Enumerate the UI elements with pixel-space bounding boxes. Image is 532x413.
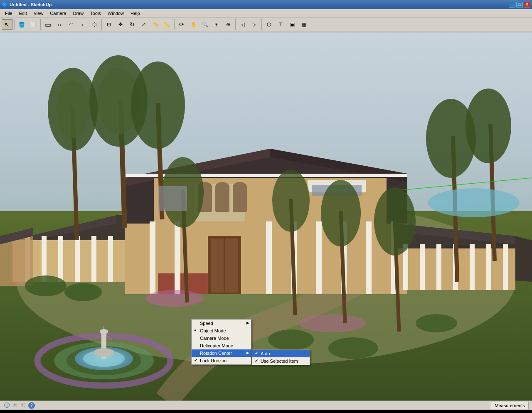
menu-window[interactable]: Window [104,10,127,17]
menu-draw[interactable]: Draw [69,10,87,17]
svg-point-23 [215,182,229,192]
rotation-center-label: Rotation Center [200,351,232,356]
line-tool-button[interactable]: / [77,19,88,30]
context-menu-object-mode[interactable]: ● Object Mode [192,327,251,334]
svg-point-92 [268,329,314,350]
svg-point-90 [25,275,66,296]
use-selected-item-label: Use Selected Item [261,359,298,364]
svg-rect-33 [150,221,155,294]
auto-label: Auto [261,351,270,356]
svg-point-74 [94,348,114,356]
submenu-auto[interactable]: ✓ Auto [252,350,310,357]
measurements-label: Measurements [495,403,525,408]
menu-tools[interactable]: Tools [87,10,104,17]
svg-rect-8 [42,236,47,282]
statusbar: ⓘ © © ? Measurements [0,401,532,410]
menu-view[interactable]: View [30,10,47,17]
scale-button[interactable]: ⤢ [138,19,149,30]
svg-rect-32 [225,238,238,293]
tape-measure-button[interactable]: 📏 [150,19,161,30]
zoom-extents-button[interactable]: ⊕ [223,19,234,30]
info-icon[interactable]: ⓘ [3,402,10,409]
next-view-button[interactable]: ▷ [249,19,260,30]
menu-edit[interactable]: Edit [16,10,30,17]
svg-point-61 [131,61,185,149]
svg-point-79 [145,290,204,307]
zoom-window-button[interactable]: ⊞ [211,19,222,30]
iso-view-button[interactable]: ⬡ [264,19,274,30]
titlebar-title: 🔷 Untitled - SketchUp [2,2,52,7]
toolbar-sep-3 [101,19,102,30]
context-menu: Speed ● Object Mode Camera Mode Helicopt… [191,319,251,365]
menu-file[interactable]: File [2,10,16,17]
protractor-button[interactable]: 📐 [162,19,172,30]
context-menu-speed[interactable]: Speed [192,320,251,327]
right-view-button[interactable]: ▦ [298,19,309,30]
zoom-button[interactable]: 🔍 [200,19,210,30]
svg-rect-46 [420,244,425,290]
front-view-button[interactable]: ▣ [287,19,298,30]
viewport[interactable]: Speed ● Object Mode Camera Mode Helicopt… [0,32,532,401]
svg-rect-51 [503,244,508,290]
toolbar-sep-5 [235,19,236,30]
prev-view-button[interactable]: ◁ [237,19,248,30]
svg-point-86 [321,180,361,246]
close-button[interactable]: ✕ [524,2,530,7]
svg-point-25 [233,182,247,192]
toolbar-sep-2 [40,19,41,30]
move-button[interactable]: ✥ [115,19,126,30]
arc-tool-button[interactable]: ◠ [66,19,76,30]
measurements-display: Measurements [491,402,529,409]
context-menu-helicopter-mode[interactable]: Helicopter Mode [192,342,251,349]
toolbar: ↖ 🪣 ⬜ ▭ ○ ◠ / ⬡ ⊡ ✥ ↻ ⤢ 📏 📐 ⟳ ✋ 🔍 ⊞ ⊕ ◁ … [0,17,532,32]
speed-label: Speed [200,321,213,326]
license-icon[interactable]: © [20,402,27,409]
minimize-button[interactable]: _ [509,2,515,7]
svg-rect-50 [486,244,491,290]
rotate-button[interactable]: ↻ [127,19,138,30]
menubar: File Edit View Camera Draw Tools Window … [0,9,532,17]
svg-rect-31 [211,238,224,293]
eraser-button[interactable]: ⬜ [28,19,39,30]
object-mode-label: Object Mode [200,328,226,333]
top-view-button[interactable]: ⊤ [275,19,286,30]
menu-help[interactable]: Help [127,10,143,17]
svg-rect-11 [91,236,96,282]
orbit-button[interactable]: ⟳ [176,19,187,30]
svg-point-88 [374,187,416,256]
camera-mode-label: Camera Mode [200,336,229,341]
context-menu-lock-horizon[interactable]: ✓ Lock Horizon [192,357,251,364]
svg-rect-37 [316,221,322,294]
svg-rect-89 [158,186,187,211]
svg-rect-52 [0,236,33,286]
svg-rect-39 [366,221,372,294]
context-menu-rotation-center[interactable]: Rotation Center ✓ Auto ✓ Use Selected It… [192,349,251,357]
svg-rect-49 [470,244,475,290]
titlebar: 🔷 Untitled - SketchUp _ □ ✕ [0,0,532,9]
svg-point-94 [416,314,457,332]
copyright-icon[interactable]: © [12,402,18,409]
svg-rect-35 [266,221,272,294]
3d-scene [0,32,532,401]
context-menu-camera-mode[interactable]: Camera Mode [192,334,251,342]
svg-rect-10 [75,236,80,282]
rect-tool-button[interactable]: ▭ [42,19,53,30]
window-title: Untitled - SketchUp [10,2,52,7]
rotation-center-submenu: ✓ Auto ✓ Use Selected Item [252,349,310,365]
pan-button[interactable]: ✋ [188,19,199,30]
svg-point-93 [328,337,378,359]
maximize-button[interactable]: □ [516,2,523,7]
paint-bucket-button[interactable]: 🪣 [16,19,27,30]
menu-camera[interactable]: Camera [47,10,69,17]
polygon-tool-button[interactable]: ⬡ [89,19,100,30]
select-tool-button[interactable]: ↖ [2,19,12,30]
help-icon[interactable]: ? [28,402,35,409]
submenu-use-selected-item[interactable]: ✓ Use Selected Item [252,357,310,365]
statusbar-left: ⓘ © © ? [3,402,35,409]
toolbar-sep-6 [261,19,262,30]
app-icon: 🔷 [2,2,8,7]
push-pull-button[interactable]: ⊡ [103,19,114,30]
toolbar-sep-1 [14,19,15,30]
svg-point-67 [428,188,520,217]
circle-tool-button[interactable]: ○ [54,19,65,30]
